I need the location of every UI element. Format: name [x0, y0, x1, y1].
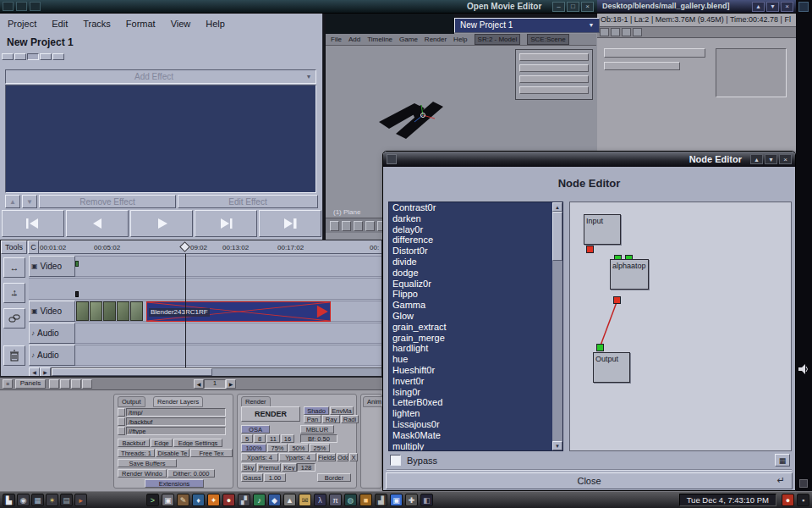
- viewport-shading-icon[interactable]: [342, 221, 351, 231]
- track-lane[interactable]: [29, 323, 382, 344]
- effect-item[interactable]: grain_extract: [389, 322, 562, 333]
- node-editor-titlebar[interactable]: Node Editor ▴ ▾ ×: [383, 152, 795, 167]
- lower-icon[interactable]: ▾: [766, 2, 779, 12]
- window-shade-button[interactable]: ▴: [750, 154, 763, 164]
- node-canvas[interactable]: Input alphaatop Output: [569, 202, 792, 451]
- node-input[interactable]: Input: [584, 214, 621, 245]
- effect-item[interactable]: difference: [389, 235, 562, 246]
- taskbar-app-icon[interactable]: ◧: [420, 494, 433, 506]
- dock-icon[interactable]: [799, 479, 808, 488]
- border-toggle[interactable]: Border: [317, 473, 351, 482]
- tab[interactable]: [14, 53, 26, 60]
- taskbar-icon[interactable]: ▙: [3, 494, 15, 506]
- taskbar-app-icon[interactable]: ■: [359, 494, 372, 506]
- effect-item[interactable]: Contrast0r: [389, 202, 562, 213]
- track-lane[interactable]: [29, 256, 382, 277]
- panel-button[interactable]: Disable Te: [156, 449, 189, 457]
- tab[interactable]: [27, 53, 39, 60]
- taskbar-app-icon[interactable]: ✎: [177, 494, 189, 506]
- dock-button[interactable]: [798, 2, 809, 12]
- panel-button[interactable]: Threads: 1: [118, 449, 155, 457]
- effect-item[interactable]: divide: [389, 257, 562, 268]
- panel-button[interactable]: Render Windo: [118, 469, 167, 478]
- effect-item[interactable]: Hueshift0r: [389, 365, 562, 376]
- taskbar-icon[interactable]: ▦: [31, 494, 44, 506]
- skip-start-button[interactable]: [2, 210, 64, 237]
- taskbar-app-icon[interactable]: >: [146, 494, 159, 506]
- parts-field[interactable]: Xparts: 4: [241, 453, 278, 461]
- viewport-layer-icon[interactable]: [365, 221, 375, 231]
- save-buffers-button[interactable]: Save Buffers: [118, 459, 177, 467]
- panel-button[interactable]: Backbuf: [118, 439, 150, 447]
- panel-button[interactable]: Dither: 0.000: [167, 469, 215, 478]
- osa-value-button[interactable]: 11: [266, 434, 280, 443]
- effect-item[interactable]: hardlight: [389, 343, 562, 354]
- panels-button[interactable]: Panels: [15, 379, 46, 389]
- close-icon[interactable]: ×: [581, 2, 594, 12]
- track-header-video1[interactable]: ▣Video: [29, 256, 75, 277]
- filter-value-field[interactable]: 128: [297, 463, 315, 472]
- menu-item[interactable]: Help: [198, 19, 233, 29]
- timeline-scrollbar[interactable]: [51, 367, 382, 377]
- tab-render-layers[interactable]: Render Layers: [153, 396, 203, 407]
- effect-item[interactable]: grain_merge: [389, 333, 562, 344]
- osa-value-button[interactable]: 5: [241, 434, 253, 443]
- file-browse-button[interactable]: [118, 417, 125, 426]
- effect-item[interactable]: Ising0r: [389, 387, 562, 398]
- osa-toggle[interactable]: OSA: [241, 425, 270, 433]
- mblur-toggle[interactable]: MBLUR: [300, 425, 334, 433]
- blender-menu-item[interactable]: Help: [453, 36, 467, 43]
- effect-item[interactable]: multiply: [389, 441, 562, 451]
- effect-item[interactable]: lighten: [389, 408, 562, 419]
- effect-item[interactable]: Gamma: [389, 300, 562, 311]
- fields-toggle[interactable]: X: [349, 453, 358, 461]
- scrollbar-thumb[interactable]: [52, 368, 212, 376]
- output-socket[interactable]: [586, 246, 594, 253]
- percent-button[interactable]: 50%: [288, 444, 309, 452]
- tab[interactable]: [52, 53, 64, 60]
- chevron-down-icon[interactable]: ▼: [584, 19, 599, 32]
- taskbar-app-icon[interactable]: ▟: [375, 494, 387, 506]
- taskbar-clock[interactable]: Tue Dec 4, 7:43:10 PM: [679, 494, 776, 506]
- menu-item[interactable]: Format: [118, 19, 163, 29]
- effect-item[interactable]: Distort0r: [389, 246, 562, 257]
- effect-item[interactable]: Flippo: [389, 289, 562, 300]
- scroll-up-button[interactable]: ▲: [552, 202, 562, 212]
- window-lower-button[interactable]: ▾: [765, 154, 777, 164]
- titlebar-app-button[interactable]: [30, 2, 41, 11]
- effect-move-down-button[interactable]: ▼: [22, 195, 37, 208]
- blender-titlebar[interactable]: Desktop/blends/mall_gallery.blend] ▴ ▾ ×: [597, 0, 796, 14]
- track-header-video2[interactable]: ▣Video: [29, 301, 75, 322]
- frame-prev-button[interactable]: ◀: [194, 379, 204, 389]
- percent-button[interactable]: 100%: [241, 444, 266, 452]
- taskbar-icon[interactable]: ✶: [46, 494, 58, 506]
- percent-button[interactable]: 25%: [310, 444, 330, 452]
- fields-toggle[interactable]: Fields: [317, 453, 336, 461]
- panel-toggle[interactable]: Shado: [304, 406, 329, 415]
- panel-row[interactable]: [519, 75, 589, 83]
- alpha-toggle[interactable]: Sky: [241, 463, 256, 472]
- effect-item[interactable]: hue: [389, 354, 562, 365]
- effect-item[interactable]: delay0r: [389, 224, 562, 235]
- project-selector[interactable]: New Project 1 ▼: [454, 18, 600, 33]
- taskbar-app-icon[interactable]: ✦: [207, 494, 220, 506]
- output-socket[interactable]: [613, 296, 621, 304]
- close-icon[interactable]: ×: [781, 2, 793, 12]
- panel-row[interactable]: [519, 86, 589, 94]
- taskbar-app-icon[interactable]: ♦: [192, 494, 205, 506]
- track-header-audio1[interactable]: ♪Audio: [29, 323, 75, 344]
- input-socket[interactable]: [596, 344, 604, 351]
- panel-button[interactable]: Edge: [151, 439, 173, 447]
- buttons-tab-icon[interactable]: [82, 379, 92, 389]
- frame-next-button[interactable]: ▶: [226, 379, 236, 389]
- add-effect-dropdown[interactable]: Add Effect ▼: [5, 69, 316, 84]
- clip-thumbnails[interactable]: [76, 301, 143, 321]
- minimize-icon[interactable]: –: [552, 2, 565, 12]
- scroll-down-button[interactable]: ▼: [552, 441, 562, 450]
- move-tool-button[interactable]: ↔↕: [3, 283, 25, 303]
- chevron-down-icon[interactable]: ▼: [302, 70, 315, 83]
- percent-button[interactable]: 75%: [267, 444, 288, 452]
- panel-toggle[interactable]: Radi: [341, 415, 359, 423]
- scene-selector[interactable]: SCE:Scene: [527, 34, 568, 45]
- taskbar-app-icon[interactable]: ●: [222, 494, 235, 506]
